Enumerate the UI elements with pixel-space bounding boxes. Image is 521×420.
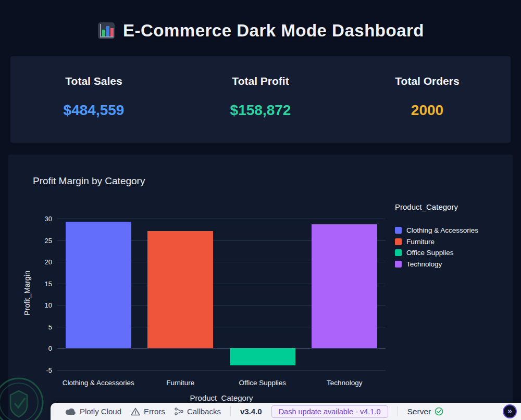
- page-title: E-Commerce Dark Mode Dashboard: [123, 21, 424, 41]
- bar-technology[interactable]: [312, 224, 377, 348]
- y-tick-label: 25: [45, 236, 52, 244]
- server-status: Server: [407, 407, 444, 416]
- errors-label: Errors: [144, 407, 165, 416]
- stat-label: Total Orders: [344, 75, 511, 87]
- errors-button[interactable]: Errors: [131, 407, 165, 416]
- divider: [230, 406, 231, 416]
- bar-clothing-accessories[interactable]: [66, 222, 131, 348]
- dash-devtools-bar: Plotly Cloud Errors Callbacks v3.4.0 Das…: [51, 403, 521, 420]
- callbacks-label: Callbacks: [187, 407, 221, 416]
- stat-value: $484,559: [10, 102, 177, 119]
- zero-gridline: [57, 348, 386, 349]
- legend-entry-label: Clothing & Accessories: [406, 226, 478, 234]
- legend-entry[interactable]: Technology: [395, 259, 510, 270]
- y-tick-label: 10: [45, 301, 52, 309]
- y-axis-title: Profit_Margin: [23, 270, 31, 315]
- callbacks-button[interactable]: Callbacks: [175, 407, 221, 416]
- update-available-button[interactable]: Dash update available - v4.1.0: [271, 405, 388, 418]
- gridline: [57, 219, 386, 219]
- callback-graph-icon: [175, 408, 183, 415]
- dash-version: v3.4.0: [240, 407, 262, 416]
- page-header: E-Commerce Dark Mode Dashboard: [0, 0, 521, 41]
- x-tick-label: Furniture: [166, 379, 194, 387]
- stat-label: Total Profit: [177, 75, 344, 87]
- stats-panel: Total Sales $484,559 Total Profit $158,8…: [10, 56, 511, 143]
- x-tick-label: Clothing & Accessories: [63, 379, 134, 387]
- server-label: Server: [407, 407, 431, 416]
- stat-value: 2000: [344, 102, 511, 119]
- bar-chart-icon: [97, 21, 116, 40]
- stat-label: Total Sales: [10, 75, 177, 87]
- x-tick-label: Office Supplies: [239, 379, 286, 387]
- chart-legend: Product_Category Clothing & AccessoriesF…: [395, 202, 510, 270]
- warning-icon: [131, 408, 140, 416]
- x-axis-title: Product_Category: [190, 393, 253, 402]
- legend-entry[interactable]: Furniture: [395, 236, 510, 248]
- legend-entry-label: Furniture: [406, 238, 435, 246]
- stat-value: $158,872: [177, 102, 344, 119]
- legend-entry-label: Office Supplies: [406, 249, 454, 257]
- bar-office-supplies[interactable]: [230, 348, 295, 365]
- gridline: [57, 370, 386, 371]
- stat-total-sales: Total Sales $484,559: [10, 75, 177, 119]
- legend-entry[interactable]: Office Supplies: [395, 247, 510, 259]
- watermark-logo: [0, 376, 45, 420]
- legend-title: Product_Category: [395, 202, 510, 211]
- plotly-cloud-button[interactable]: Plotly Cloud: [65, 407, 121, 416]
- legend-swatch: [395, 238, 402, 245]
- y-tick-label: 30: [45, 215, 52, 223]
- cloud-icon: [65, 408, 76, 415]
- bar-chart-plot-area[interactable]: Profit_Margin Product_Category -50510152…: [57, 214, 386, 372]
- legend-swatch: [395, 227, 402, 234]
- y-tick-label: 5: [48, 323, 52, 330]
- plotly-cloud-label: Plotly Cloud: [80, 407, 121, 416]
- y-tick-label: 15: [45, 279, 52, 287]
- divider: [398, 406, 398, 416]
- legend-swatch: [395, 249, 402, 256]
- y-tick-label: 20: [45, 258, 52, 266]
- chart-title: Profit Margin by Category: [33, 175, 145, 187]
- y-tick-label: -5: [46, 366, 52, 374]
- y-tick-label: 0: [48, 345, 52, 352]
- bar-furniture[interactable]: [147, 231, 213, 348]
- profit-margin-chart-card: Profit Margin by Category Profit_Margin …: [8, 155, 513, 420]
- server-ok-check-icon: [435, 407, 443, 416]
- legend-entry[interactable]: Clothing & Accessories: [395, 225, 510, 236]
- devtools-collapse-button[interactable]: »: [503, 404, 517, 418]
- stat-total-profit: Total Profit $158,872: [177, 75, 344, 119]
- x-tick-label: Technology: [327, 379, 362, 387]
- legend-entry-label: Technology: [406, 260, 442, 268]
- legend-swatch: [395, 261, 402, 268]
- stat-total-orders: Total Orders 2000: [344, 75, 511, 119]
